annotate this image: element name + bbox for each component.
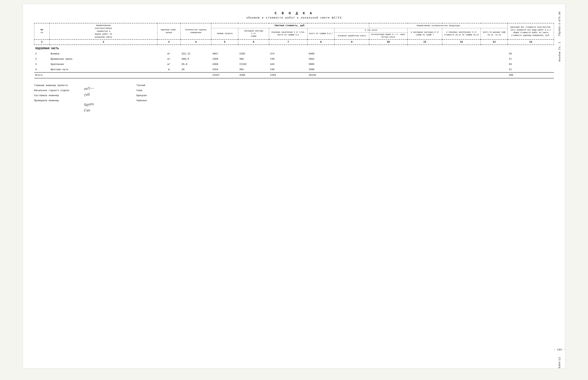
row1-col8: 6406 <box>307 51 334 57</box>
section-header-podzemnya: ПОДЗЕМНАЯ ЧАСТЬ <box>34 45 554 51</box>
total-empty6 <box>442 72 481 78</box>
row1-col10 <box>369 51 408 57</box>
row2-col6: 368 <box>238 57 269 62</box>
total-label: Итого <box>34 72 157 78</box>
header-col7: пла­новые на­копле­ния % от стои­мости п… <box>269 28 307 39</box>
sig-2: ƒeⅼⅼ <box>84 90 122 97</box>
page-number: - 105 - <box>554 348 565 351</box>
section-title: ПОДЗЕМНАЯ ЧАСТЬ <box>34 45 554 51</box>
row3-qty: 65,8 <box>180 62 211 67</box>
row1-col9 <box>334 51 369 57</box>
row2-col10 <box>369 57 408 62</box>
table-row-2: 2 Временная крепь м³ 509,9 I356 368 I38 … <box>34 57 554 62</box>
total-empty2 <box>180 72 211 78</box>
total-empty3 <box>334 72 369 78</box>
row3-unit: м³ <box>157 62 180 67</box>
row3-col13 <box>481 62 508 67</box>
header-col3: Еди­ница изме­рения <box>157 23 180 39</box>
row3-col6: III82 <box>238 62 269 67</box>
footer-names: Топчий Сова Брицкая Чайкина <box>136 84 147 102</box>
header-col9: основ­ная зара­бот­ная плата <box>334 32 369 39</box>
footer-name-3: Брицкая <box>136 94 147 97</box>
row2-num: 2 <box>34 57 50 62</box>
row2-unit: м³ <box>157 57 180 62</box>
colnum-6: 6 <box>238 39 269 45</box>
footer-name-4: Чайкина <box>136 99 147 102</box>
total-row: Итого II837 3209 I203 I6249 IOO <box>34 72 554 78</box>
row4-qty: 26 <box>180 67 211 72</box>
colnum-4: 4 <box>180 39 211 45</box>
table-row-3: 3 Крепление м³ 65,8 4360 III82 443 5985 … <box>34 62 554 67</box>
row3-col8: 5985 <box>307 62 334 67</box>
total-empty4 <box>369 72 408 78</box>
side-label-1: ТПр403-3-075.06 <box>558 11 561 36</box>
header-col4: Коли­чест­во еди­ниц изме­рения <box>180 23 211 39</box>
header-col2: Наименованиеконструктивныхэлементов ивид… <box>50 23 157 39</box>
footer-role-3: Составила инженер <box>34 94 69 97</box>
row2-col8: I862 <box>307 57 334 62</box>
header-smeta-group: Сметная стоимость, руб. <box>211 23 369 28</box>
footer-role-2: Начальник горного отдела <box>34 89 69 92</box>
signatures-area: ноТ— ƒeⅼⅼ Бруец Гаи. <box>84 84 121 111</box>
row4-col11 <box>408 67 442 72</box>
header-col11: в на­клад­ных расхо­дах,% от сум­мы по г… <box>408 28 442 39</box>
colnum-9: 9 <box>334 39 369 45</box>
footer-block: Главный инженер проекта Начальник горног… <box>34 84 554 111</box>
role-4-title: Проверила инженер <box>34 99 59 102</box>
row4-num: 4 <box>34 67 50 72</box>
colnum-12: I2 <box>442 39 481 45</box>
footer-roles: Главный инженер проекта Начальник горног… <box>34 84 69 102</box>
header-normativ-group: Нормативная условно­чистая продукция <box>369 23 508 28</box>
row4-col13 <box>481 67 508 72</box>
table-row-1: I Внемка м³ 522,I2 4667 I265 474 6406 39 <box>34 51 554 57</box>
role-3-title: Составила инженер <box>34 94 59 97</box>
header-col12: в пла­новых нако­плениях % от стои­мости… <box>442 28 481 39</box>
colnum-3: 3 <box>157 39 180 45</box>
footer-role-1: Главный инженер проекта <box>34 84 69 87</box>
row4-col9 <box>334 67 369 72</box>
row4-name: Шахтные пути <box>50 67 157 72</box>
table-row-4: 4 Шахтные пути м 26 I454 394 I48 I996 I2 <box>34 67 554 72</box>
header-row-1: №№пп Наименованиеконструктивныхэлементов… <box>34 23 554 28</box>
row3-col9 <box>334 62 369 67</box>
page-wrapper: ТПр403-3-075.06 Альбом IV, 1 - 105 - 930… <box>23 4 565 369</box>
side-labels: ТПр403-3-075.06 Альбом IV, 1 - 105 - 930… <box>556 4 563 368</box>
row3-col10 <box>369 62 408 67</box>
header-col14: Удельный вес стоимости конструктив­ного … <box>508 23 554 39</box>
row1-col7: 474 <box>269 51 307 57</box>
row1-num: I <box>34 51 50 57</box>
total-col6: 3209 <box>238 72 269 78</box>
colnum-7: 7 <box>269 39 307 45</box>
title-main: С В О Д К А <box>34 11 554 15</box>
row3-col14: 38 <box>508 62 554 67</box>
row4-col14: I2 <box>508 67 554 72</box>
row1-qty: 522,I2 <box>180 51 211 57</box>
row2-col13 <box>481 57 508 62</box>
colnum-13: I3 <box>481 39 508 45</box>
total-col5: II837 <box>211 72 238 78</box>
header-col6: на­клад­ные рас­хо­ды% отсумма <box>238 28 269 39</box>
colnum-5: 5 <box>211 39 238 45</box>
row2-col14: II <box>508 57 554 62</box>
row1-unit: м³ <box>157 51 180 57</box>
row2-col11 <box>408 57 442 62</box>
row2-col5: I356 <box>211 57 238 62</box>
row2-qty: 509,9 <box>180 57 211 62</box>
total-empty1 <box>157 72 180 78</box>
role-2-title: Начальник горного отдела <box>34 89 69 92</box>
footer-name-1: Топчий <box>136 84 147 87</box>
row1-col13 <box>481 51 508 57</box>
side-label-3: 9304/12 <box>558 357 561 368</box>
col-numbers-row: I 2 3 4 5 6 7 8 9 IO II I2 I3 I4 <box>34 39 554 45</box>
colnum-2: 2 <box>50 39 157 45</box>
row1-col11 <box>408 51 442 57</box>
total-col14: IOO <box>508 72 554 78</box>
colnum-10: IO <box>369 39 408 45</box>
row1-col12 <box>442 51 481 57</box>
colnum-14: I4 <box>508 39 554 45</box>
header-col5: пря­мые за­тра­ты <box>211 28 238 39</box>
row4-col5: I454 <box>211 67 238 72</box>
total-empty7 <box>481 72 508 78</box>
row3-col11 <box>408 62 442 67</box>
footer-role-4: Проверила инженер <box>34 99 69 102</box>
